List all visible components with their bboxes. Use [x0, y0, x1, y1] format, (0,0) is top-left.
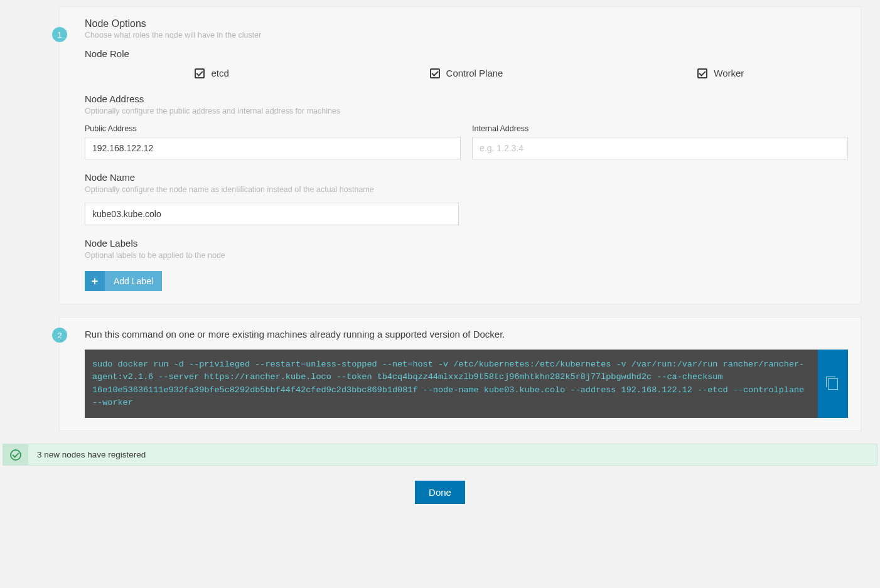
node-options-title: Node Options — [85, 18, 848, 29]
control-plane-checkbox[interactable]: Control Plane — [430, 68, 503, 78]
public-address-input[interactable] — [85, 137, 461, 159]
copy-button[interactable] — [818, 350, 848, 418]
node-name-input[interactable] — [85, 203, 459, 225]
node-labels-subtitle: Optional labels to be applied to the nod… — [85, 251, 848, 260]
checkbox-icon — [430, 68, 440, 78]
plus-icon: + — [85, 271, 105, 291]
node-labels-heading: Node Labels — [85, 238, 848, 249]
step-badge-2: 2 — [52, 328, 67, 343]
control-plane-label: Control Plane — [446, 68, 503, 78]
node-options-subtitle: Choose what roles the node will have in … — [85, 31, 848, 40]
worker-label: Worker — [714, 68, 744, 78]
add-label-text: Add Label — [105, 271, 162, 291]
node-name-heading: Node Name — [85, 172, 848, 183]
done-button[interactable]: Done — [415, 481, 465, 504]
checkbox-icon — [195, 68, 205, 78]
internal-address-input[interactable] — [472, 137, 848, 159]
etcd-checkbox[interactable]: etcd — [195, 68, 228, 78]
node-address-heading: Node Address — [85, 94, 848, 104]
etcd-label: etcd — [211, 68, 228, 78]
command-panel: 2 Run this command on one or more existi… — [59, 317, 861, 431]
node-name-subtitle: Optionally configure the node name as id… — [85, 185, 848, 194]
node-address-subtitle: Optionally configure the public address … — [85, 107, 848, 115]
status-bar: 3 new nodes have registered — [3, 444, 877, 466]
command-instruction: Run this command on one or more existing… — [85, 329, 848, 339]
checkbox-icon — [697, 68, 707, 78]
add-label-button[interactable]: + Add Label — [85, 271, 162, 291]
status-message: 3 new nodes have registered — [28, 444, 154, 465]
public-address-label: Public Address — [85, 124, 461, 133]
clipboard-icon — [828, 378, 838, 390]
node-options-panel: 1 Node Options Choose what roles the nod… — [59, 6, 861, 304]
internal-address-label: Internal Address — [472, 124, 848, 133]
worker-checkbox[interactable]: Worker — [697, 68, 744, 78]
check-circle-icon — [10, 449, 21, 461]
step-badge-1: 1 — [52, 27, 67, 42]
node-role-heading: Node Role — [85, 48, 848, 59]
command-code[interactable]: sudo docker run -d --privileged --restar… — [85, 350, 818, 418]
status-icon-wrap — [3, 444, 28, 465]
